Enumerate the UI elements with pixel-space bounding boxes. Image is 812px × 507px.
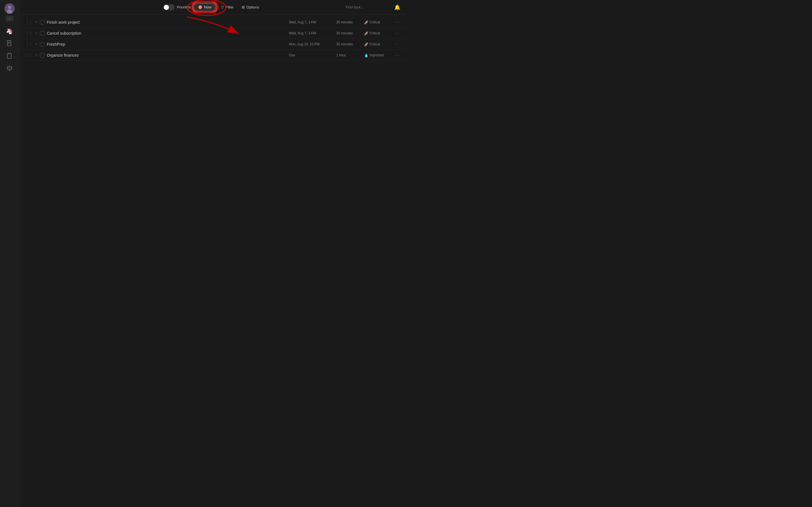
task-checkbox[interactable] [40, 42, 45, 47]
box-icon[interactable] [4, 63, 15, 73]
task-date: Mon, Aug 19, 10 PM [289, 42, 334, 46]
task-checkbox[interactable] [40, 31, 45, 36]
task-name: Organize finances [47, 53, 287, 57]
priority-icon: 🚀 [364, 31, 368, 36]
prioritize-label: Prioritize [177, 5, 191, 9]
task-date: Due [289, 53, 334, 57]
priority-icon: 🚀 [364, 20, 368, 24]
task-more-button[interactable]: ··· [395, 42, 400, 47]
task-more-button[interactable]: ··· [395, 53, 400, 58]
task-checkbox[interactable] [40, 53, 45, 57]
table-row[interactable]: ⋮⋮ ✎ Cancel subscription Wed, Aug 7, 3 P… [19, 28, 406, 39]
edit-icon[interactable]: ✎ [35, 31, 38, 35]
priority-icon: 💧 [364, 53, 368, 57]
priority-icon: 🚀 [364, 42, 368, 47]
task-date: Wed, Aug 7, 3 PM [289, 20, 334, 24]
edit-icon[interactable]: ✎ [35, 53, 38, 57]
unicorn-icon[interactable]: 🦄 [4, 26, 15, 36]
bell-icon[interactable]: 🔔 [394, 4, 400, 10]
drag-handle-icon[interactable]: ⋮⋮ [25, 31, 33, 36]
drag-handle-icon[interactable]: ⋮⋮ [25, 53, 33, 58]
table-row[interactable]: ⋮⋮ ✎ FreshPrep Mon, Aug 19, 10 PM 30 min… [19, 39, 406, 50]
toolbar-right: 🔔 [346, 4, 400, 10]
filter-icon: ▽ [221, 5, 224, 9]
task-date: Wed, Aug 7, 3 PM [289, 31, 334, 35]
svg-point-1 [8, 6, 11, 9]
toolbar-center: Prioritize 🎯 Now ▽ Filter ⊞ Options [163, 3, 262, 11]
now-icon: 🎯 [198, 5, 202, 9]
toolbar: Prioritize 🎯 Now ▽ Filter ⊞ Options [19, 0, 406, 15]
task-checkbox[interactable] [40, 20, 45, 24]
now-label: Now [204, 5, 211, 9]
svg-line-10 [10, 67, 12, 68]
now-button-wrapper: 🎯 Now [193, 3, 216, 11]
task-name: FreshPrep [47, 42, 287, 47]
main-content: Prioritize 🎯 Now ▽ Filter ⊞ Options [19, 0, 406, 253]
task-duration: 30 minutes [336, 31, 362, 35]
document-icon[interactable] [4, 38, 15, 48]
task-more-button[interactable]: ··· [395, 31, 400, 36]
task-more-button[interactable]: ··· [395, 20, 400, 25]
avatar[interactable] [4, 3, 15, 13]
toggle-switch[interactable] [163, 4, 174, 10]
filter-label: Filter [225, 5, 234, 9]
task-name: Finish work project [47, 20, 287, 24]
options-button[interactable]: ⊞ Options [239, 3, 262, 11]
edit-icon[interactable]: ✎ [35, 42, 38, 46]
svg-rect-8 [8, 53, 10, 54]
options-label: Options [246, 5, 259, 9]
drag-handle-icon[interactable]: ⋮⋮ [25, 42, 33, 47]
task-duration: 30 minutes [336, 42, 362, 46]
now-button[interactable]: 🎯 Now [193, 3, 216, 11]
task-priority: 💧 Important [364, 53, 392, 57]
svg-rect-3 [7, 41, 11, 46]
task-priority: 🚀 Critical [364, 31, 392, 36]
svg-line-9 [7, 67, 10, 68]
table-row[interactable]: ⋮⋮ ✎ Finish work project Wed, Aug 7, 3 P… [19, 17, 406, 28]
task-name: Cancel subscription [47, 31, 287, 36]
sidebar: › 🦄 [0, 0, 19, 253]
task-priority: 🚀 Critical [364, 42, 392, 47]
sidebar-toggle[interactable]: › [6, 16, 13, 21]
options-icon: ⊞ [242, 5, 245, 9]
edit-icon[interactable]: ✎ [35, 20, 38, 24]
find-task-input[interactable] [346, 5, 391, 9]
task-priority: 🚀 Critical [364, 20, 392, 24]
clipboard-icon[interactable] [4, 51, 15, 61]
task-duration: 30 minutes [336, 20, 362, 24]
task-list: ⋮⋮ ✎ Finish work project Wed, Aug 7, 3 P… [19, 15, 406, 253]
task-duration: 1 hour [336, 53, 362, 57]
drag-handle-icon[interactable]: ⋮⋮ [25, 20, 33, 25]
table-row[interactable]: ⋮⋮ ✎ Organize finances Due 1 hour 💧 Impo… [19, 50, 406, 61]
filter-button[interactable]: ▽ Filter [218, 3, 237, 11]
prioritize-toggle[interactable]: Prioritize [163, 4, 191, 10]
